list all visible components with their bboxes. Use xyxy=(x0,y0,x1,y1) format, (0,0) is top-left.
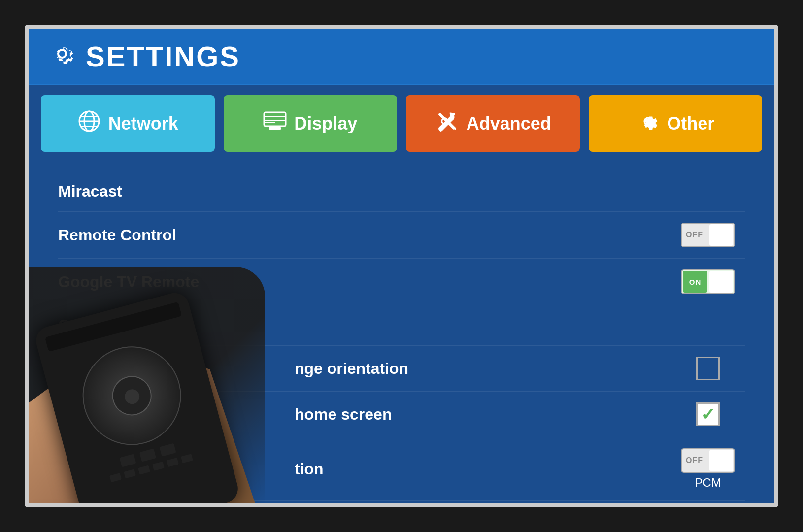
toggle-on-green: ON xyxy=(683,271,707,293)
toggle-on-text: ON xyxy=(689,278,702,286)
tion-toggle-knob xyxy=(709,450,733,471)
tab-advanced-label: Advanced xyxy=(467,113,551,134)
page-title: SETTINGS xyxy=(86,40,240,73)
google-tv-remote-right: ON xyxy=(671,269,745,294)
tab-bar: Network Display xyxy=(29,85,774,162)
remote-overlay xyxy=(29,267,265,503)
remote-control-right: OFF xyxy=(671,223,745,247)
remote-control-row: Remote Control OFF xyxy=(58,212,745,259)
home-screen-right xyxy=(671,402,745,426)
tab-network-label: Network xyxy=(108,113,178,134)
remote-circle xyxy=(108,371,156,420)
other-icon xyxy=(636,109,660,138)
advanced-icon xyxy=(435,109,459,138)
google-tv-remote-toggle[interactable]: ON xyxy=(681,269,735,294)
tion-right: OFF PCM xyxy=(671,448,745,490)
remote-control-label: Remote Control xyxy=(58,226,176,244)
settings-header: SETTINGS xyxy=(29,29,774,85)
settings-header-icon xyxy=(48,40,76,73)
change-orientation-checkbox[interactable] xyxy=(696,357,720,380)
tv-screen: SETTINGS Network xyxy=(25,25,778,507)
toggle-off-text: OFF xyxy=(686,231,703,239)
home-screen-label: home screen xyxy=(295,405,392,424)
remote-screen xyxy=(71,335,192,456)
tion-toggle-off-text: OFF xyxy=(686,456,703,465)
toggle-knob-right xyxy=(709,271,733,293)
svg-rect-9 xyxy=(269,127,281,130)
home-screen-checkbox[interactable] xyxy=(696,402,720,426)
tab-display-label: Display xyxy=(294,113,357,134)
network-icon xyxy=(77,109,101,138)
remote-control-toggle[interactable]: OFF xyxy=(681,223,735,247)
display-icon xyxy=(263,111,287,136)
tion-label: tion xyxy=(295,460,324,478)
pcm-label: PCM xyxy=(695,476,721,490)
tab-advanced[interactable]: Advanced xyxy=(406,95,580,152)
change-orientation-right xyxy=(671,357,745,380)
tab-other-label: Other xyxy=(667,113,714,134)
toggle-knob xyxy=(709,224,733,246)
tion-toggle[interactable]: OFF xyxy=(681,448,735,473)
miracast-row: Miracast xyxy=(58,171,745,212)
tab-other[interactable]: Other xyxy=(589,95,763,152)
miracast-label: Miracast xyxy=(58,182,122,200)
tab-display[interactable]: Display xyxy=(224,95,398,152)
svg-rect-5 xyxy=(264,112,286,126)
change-orientation-label: nge orientation xyxy=(295,360,408,378)
tab-network[interactable]: Network xyxy=(41,95,215,152)
